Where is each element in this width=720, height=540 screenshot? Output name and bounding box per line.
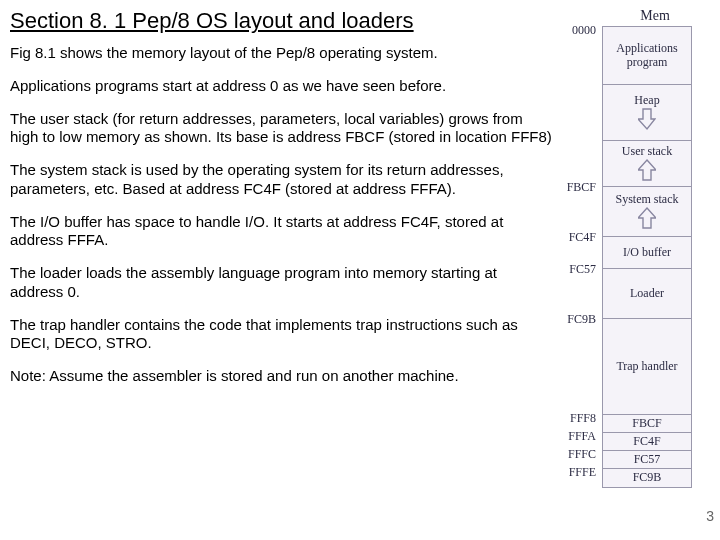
segment-user-stack: User stack — [603, 141, 691, 187]
diagram-title: Mem — [598, 8, 712, 24]
address-label: FFF8 — [560, 411, 600, 426]
address-label: 0000 — [560, 23, 600, 38]
segment-row: FC9B — [603, 469, 691, 487]
segment-label: System stack — [616, 193, 679, 206]
segment-row: FC57 — [603, 451, 691, 469]
address-label: FBCF — [560, 180, 600, 195]
paragraph: The trap handler contains the code that … — [10, 316, 554, 354]
address-label: FC4F — [560, 230, 600, 245]
section-title: Section 8. 1 Pep/8 OS layout and loaders — [10, 8, 554, 34]
arrow-up-icon — [638, 158, 656, 182]
segment-heap: Heap — [603, 85, 691, 141]
address-label: FC57 — [560, 262, 600, 277]
segment-label: Heap — [634, 94, 659, 107]
segment-trap-handler: Trap handler — [603, 319, 691, 415]
segment-value: FC57 — [634, 453, 661, 466]
paragraph: Fig 8.1 shows the memory layout of the P… — [10, 44, 554, 63]
address-label: FFFA — [560, 429, 600, 444]
segment-label: User stack — [622, 145, 672, 158]
segment-value: FC4F — [633, 435, 660, 448]
paragraph: The system stack is used by the operatin… — [10, 161, 554, 199]
segment-io-buffer: I/O buffer — [603, 237, 691, 269]
segment-applications: Applications program — [603, 27, 691, 85]
memory-column: Applications program Heap User stack — [602, 26, 692, 488]
segment-loader: Loader — [603, 269, 691, 319]
arrow-up-icon — [638, 206, 656, 230]
diagram-column: Mem Applications program Heap User stack — [560, 0, 720, 540]
address-label: FC9B — [560, 312, 600, 327]
segment-row: FBCF — [603, 415, 691, 433]
address-label: FFFE — [560, 465, 600, 480]
paragraph: The user stack (for return addresses, pa… — [10, 110, 554, 148]
paragraph: Note: Assume the assembler is stored and… — [10, 367, 554, 386]
segment-value: FBCF — [632, 417, 661, 430]
text-column: Section 8. 1 Pep/8 OS layout and loaders… — [0, 0, 560, 540]
segment-row: FC4F — [603, 433, 691, 451]
segment-value: FC9B — [633, 471, 662, 484]
paragraph: The I/O buffer has space to handle I/O. … — [10, 213, 554, 251]
arrow-down-icon — [638, 107, 656, 131]
address-label: FFFC — [560, 447, 600, 462]
segment-system-stack: System stack — [603, 187, 691, 237]
paragraph: The loader loads the assembly language p… — [10, 264, 554, 302]
page-number: 3 — [706, 508, 714, 524]
paragraph: Applications programs start at address 0… — [10, 77, 554, 96]
